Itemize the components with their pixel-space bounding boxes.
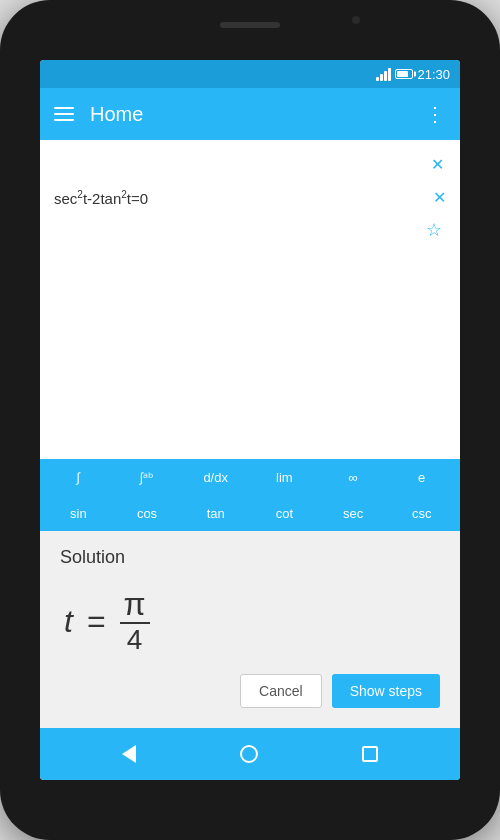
nav-bar (40, 728, 460, 780)
key-csc[interactable]: csc (387, 495, 456, 531)
show-steps-button[interactable]: Show steps (332, 674, 440, 708)
back-button[interactable] (122, 745, 136, 763)
cancel-button[interactable]: Cancel (240, 674, 322, 708)
recents-icon (362, 746, 378, 762)
home-button[interactable] (240, 745, 258, 763)
delete-equation-icon[interactable]: ✕ (433, 188, 446, 207)
home-icon (240, 745, 258, 763)
solution-buttons: Cancel Show steps (60, 670, 440, 712)
back-icon (122, 745, 136, 763)
menu-icon[interactable] (54, 107, 74, 121)
key-derivative[interactable]: d/dx (181, 459, 250, 495)
status-time: 21:30 (417, 67, 450, 82)
close-empty-icon[interactable]: ✕ (431, 155, 444, 174)
status-icons: 21:30 (376, 67, 450, 82)
keyboard-row-1: ∫ ∫ᵃᵇ d/dx lim ∞ e (44, 459, 456, 495)
math-equals: = (87, 603, 106, 640)
math-variable: t (64, 603, 73, 640)
keyboard-row-2: sin cos tan cot sec csc (44, 495, 456, 531)
equation-row: sec2t-2tan2t=0 ✕ (54, 180, 446, 215)
app-bar: Home ⋮ (40, 88, 460, 140)
key-tan[interactable]: tan (181, 495, 250, 531)
math-numerator: π (124, 588, 146, 620)
screen: 21:30 Home ⋮ ✕ (40, 60, 460, 780)
math-denominator: 4 (127, 626, 143, 654)
app-title: Home (90, 103, 409, 126)
key-euler[interactable]: e (387, 459, 456, 495)
solution-title: Solution (60, 547, 440, 568)
battery-icon (395, 69, 413, 79)
input-area: ✕ sec2t-2tan2t=0 ✕ ☆ (40, 140, 460, 459)
solution-panel: Solution t = π 4 Cancel Show steps (40, 531, 460, 728)
key-definite-integral[interactable]: ∫ᵃᵇ (113, 459, 182, 495)
keyboard-bar: ∫ ∫ᵃᵇ d/dx lim ∞ e sin cos tan cot sec c… (40, 459, 460, 531)
close-row: ✕ (54, 148, 446, 180)
camera (352, 16, 360, 24)
key-cot[interactable]: cot (250, 495, 319, 531)
more-options-icon[interactable]: ⋮ (425, 102, 446, 126)
key-sec[interactable]: sec (319, 495, 388, 531)
speaker (220, 22, 280, 28)
recents-button[interactable] (362, 746, 378, 762)
math-fraction: π 4 (120, 588, 150, 654)
star-row: ☆ (54, 215, 446, 245)
phone-frame: 21:30 Home ⋮ ✕ (0, 0, 500, 840)
key-infinity[interactable]: ∞ (319, 459, 388, 495)
key-integral[interactable]: ∫ (44, 459, 113, 495)
equation-text: sec2t-2tan2t=0 (54, 189, 148, 207)
favorite-icon[interactable]: ☆ (426, 219, 442, 241)
signal-icon (376, 67, 391, 81)
status-bar: 21:30 (40, 60, 460, 88)
key-cos[interactable]: cos (113, 495, 182, 531)
main-content: ✕ sec2t-2tan2t=0 ✕ ☆ ∫ ∫ᵃᵇ (40, 140, 460, 728)
solution-math: t = π 4 (60, 580, 440, 670)
key-sin[interactable]: sin (44, 495, 113, 531)
key-limit[interactable]: lim (250, 459, 319, 495)
